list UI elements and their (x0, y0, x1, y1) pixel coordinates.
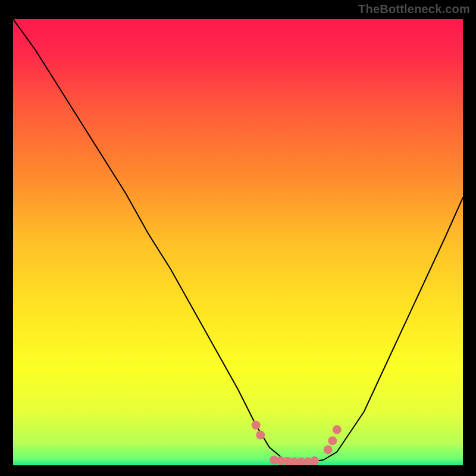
watermark-text: TheBottleneck.com (358, 2, 470, 16)
optimal-marker-dot (324, 445, 333, 454)
optimal-marker-dot (310, 456, 319, 465)
plot-area-border (11, 17, 465, 468)
optimal-marker-dot (328, 436, 337, 445)
chart-frame: TheBottleneck.com (0, 0, 476, 476)
plot-area (13, 19, 463, 465)
optimal-marker-dot (333, 425, 342, 434)
gradient-background (13, 19, 463, 465)
bottleneck-chart-svg (13, 19, 463, 465)
optimal-marker-dot (252, 421, 261, 430)
optimal-marker-dot (256, 431, 265, 440)
